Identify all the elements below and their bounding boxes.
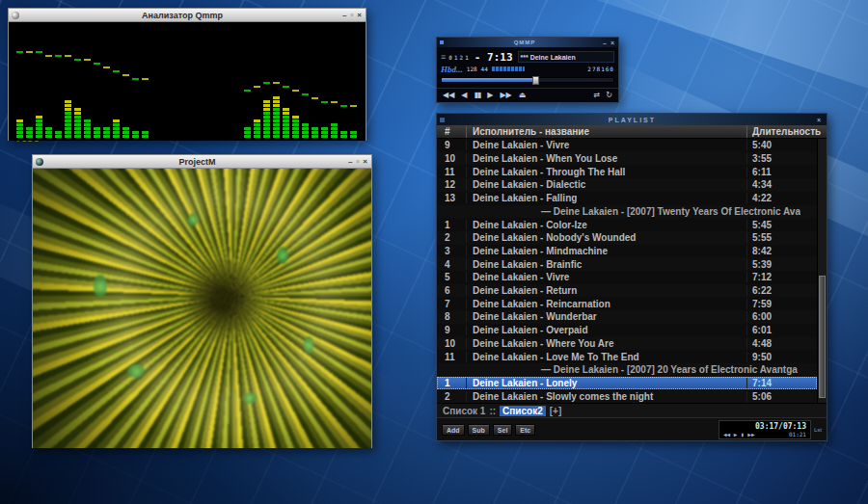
- playlist-track-row[interactable]: 8Deine Lakaien - Wunderbar6:00: [437, 310, 817, 324]
- lcd-transport-icons[interactable]: ◀◀ ▶ ▮ ▶▶: [723, 431, 755, 438]
- close-button[interactable]: ×: [817, 117, 823, 123]
- track-number: 10: [437, 153, 466, 164]
- projectm-visualization-canvas: [33, 169, 371, 448]
- next-button[interactable]: ▶▶: [500, 91, 511, 99]
- group-title: — Deine Lakaien - [2007] Twenty Years Of…: [437, 206, 800, 217]
- playlist-track-row[interactable]: 1Deine Lakaien - Color-Ize5:45: [437, 218, 817, 231]
- shuffle-button[interactable]: ⇄: [594, 91, 601, 99]
- analyzer-peak-marker: [273, 82, 280, 84]
- track-duration: 5:40: [746, 140, 817, 150]
- playlist-tab-2-active[interactable]: Список2: [500, 406, 546, 416]
- playlist-track-row[interactable]: 7Deine Lakaien - Reincarnation7:59: [437, 297, 817, 310]
- analyzer-bar: [340, 137, 347, 138]
- track-title: Deine Lakaien - Wunderbar: [466, 311, 746, 322]
- seek-bar[interactable]: [441, 77, 614, 83]
- sel-button[interactable]: Sel: [493, 424, 513, 436]
- playlist-scrollbar[interactable]: [817, 139, 827, 403]
- pause-button[interactable]: ▮▮: [474, 91, 480, 99]
- analyzer-titlebar[interactable]: Анализатор Qmmp – ▫ ×: [9, 9, 366, 22]
- playlist-track-row[interactable]: 9Deine Lakaien - Overpaid6:01: [437, 324, 817, 337]
- close-button[interactable]: ×: [357, 12, 362, 19]
- analyzer-bar: [292, 137, 299, 138]
- track-title: Deine Lakaien - Love Me To The End: [466, 352, 746, 362]
- lcd-time-display: 03:17/07:13: [723, 422, 806, 431]
- track-title-marquee: *** Deine Lakaien: [518, 51, 614, 63]
- close-button[interactable]: ×: [610, 40, 615, 46]
- playlist-track-row[interactable]: 2Deine Lakaien - Slowly comes the night5…: [437, 389, 817, 403]
- add-playlist-button[interactable]: [+]: [550, 406, 562, 416]
- track-number: 11: [437, 352, 466, 362]
- analyzer-peak-marker: [331, 101, 338, 103]
- playlist-window: PLAYLIST × # Исполнитель - название Длит…: [436, 113, 827, 441]
- play-button[interactable]: ▶: [487, 91, 493, 99]
- prev-button[interactable]: ◀◀: [443, 91, 454, 99]
- sub-button[interactable]: Sub: [468, 424, 490, 436]
- track-duration: 4:22: [746, 193, 817, 203]
- seek-bar-knob[interactable]: [532, 76, 539, 85]
- analyzer-peak-marker: [350, 105, 357, 107]
- track-title: Deine Lakaien - Vivre: [466, 140, 746, 150]
- playlist-track-row[interactable]: 6Deine Lakaien - Return6:22: [437, 284, 817, 298]
- volume-slider[interactable]: [492, 66, 525, 71]
- scrollbar-thumb[interactable]: [819, 276, 826, 397]
- etc-button[interactable]: Etc: [515, 424, 535, 436]
- group-title: — Deine Lakaien - [2007] 20 Years of Ele…: [437, 364, 798, 375]
- projectm-window-title: ProjectM: [46, 157, 348, 167]
- lcd-elapsed-time: 01:21: [789, 431, 806, 438]
- playlist-track-row[interactable]: 11Deine Lakaien - Through The Hall6:11: [437, 165, 817, 178]
- time-display[interactable]: - 7:13: [475, 51, 513, 64]
- analyzer-peak-marker: [254, 86, 260, 88]
- playlist-titlebar[interactable]: PLAYLIST ×: [437, 114, 827, 125]
- playlist-track-row[interactable]: 10Deine Lakaien - Where You Are4:48: [437, 337, 817, 351]
- track-title: Deine Lakaien - Falling: [466, 193, 746, 203]
- track-title: Deine Lakaien - Dialectic: [466, 179, 746, 190]
- analyzer-peak-marker: [132, 78, 139, 80]
- repeat-button[interactable]: ↻: [606, 91, 612, 99]
- playlist-column-header[interactable]: # Исполнитель - название Длительность: [437, 125, 827, 139]
- projectm-titlebar[interactable]: ProjectM – ▫ ×: [33, 155, 371, 169]
- track-duration: 9:50: [746, 352, 817, 362]
- playlist-track-row[interactable]: 13Deine Lakaien - Falling4:22: [437, 192, 817, 205]
- column-artist-title[interactable]: Исполнитель - название: [466, 125, 746, 138]
- analyzer-peak-marker: [244, 90, 251, 92]
- playlist-tab-1[interactable]: Список 1: [443, 406, 485, 416]
- playlist-track-row[interactable]: 11Deine Lakaien - Love Me To The End9:50: [437, 350, 817, 363]
- track-duration: 5:55: [746, 232, 817, 243]
- analyzer-bar: [113, 137, 120, 138]
- playlist-track-row[interactable]: 3Deine Lakaien - Mindmachine8:42: [437, 245, 817, 258]
- player-menu-icon[interactable]: ≡: [441, 53, 446, 62]
- analyzer-bar: [84, 137, 91, 138]
- analyzer-bar: [16, 137, 23, 138]
- column-duration[interactable]: Длительность: [746, 125, 817, 138]
- playlist-track-row[interactable]: 4Deine Lakaien - Brainfic5:39: [437, 257, 817, 271]
- analyzer-peak-marker: [45, 55, 52, 57]
- minimize-button[interactable]: –: [348, 158, 352, 166]
- playlist-track-row[interactable]: 12Deine Lakaien - Dialectic4:34: [437, 178, 817, 192]
- analyzer-bar: [94, 137, 100, 138]
- maximize-button[interactable]: ▫: [350, 12, 353, 19]
- playlist-track-row[interactable]: 9Deine Lakaien - Vivre5:40: [437, 139, 817, 152]
- analyzer-peak-marker: [55, 55, 62, 57]
- playlist-track-row[interactable]: 10Deine Lakaien - When You Lose3:55: [437, 152, 817, 166]
- eject-button[interactable]: ⏏: [519, 91, 527, 99]
- add-button[interactable]: Add: [442, 424, 465, 436]
- close-button[interactable]: ×: [363, 158, 367, 166]
- maximize-button[interactable]: ▫: [356, 158, 359, 166]
- analyzer-bar: [350, 137, 357, 138]
- minimize-button[interactable]: –: [603, 40, 608, 46]
- minimize-button[interactable]: –: [342, 12, 346, 19]
- analyzer-peak-marker: [292, 90, 299, 92]
- playlist-track-row[interactable]: 2Deine Lakaien - Nobody's Wounded5:55: [437, 231, 817, 245]
- playlist-group-row[interactable]: — Deine Lakaien - [2007] Twenty Years Of…: [437, 205, 817, 219]
- analyzer-bar: [74, 137, 81, 138]
- player-window: QMMP – × ≡ 0121 - 7:13 *** Deine Lakaien…: [436, 37, 619, 103]
- playlist-group-row[interactable]: — Deine Lakaien - [2007] 20 Years of Ele…: [437, 363, 817, 377]
- analyzer-bar: [283, 137, 289, 138]
- playlist-track-row[interactable]: 1Deine Lakaien - Lonely7:14: [437, 377, 817, 390]
- playlist-track-row[interactable]: 5Deine Lakaien - Vivre7:12: [437, 271, 817, 284]
- track-number: 6: [437, 285, 466, 296]
- rewind-button[interactable]: ◀: [461, 91, 467, 99]
- playlist-footer: AddSubSelEtc 03:17/07:13 ◀◀ ▶ ▮ ▶▶ 01:21…: [437, 417, 827, 440]
- player-titlebar[interactable]: QMMP – ×: [437, 38, 618, 47]
- column-number[interactable]: #: [437, 125, 466, 138]
